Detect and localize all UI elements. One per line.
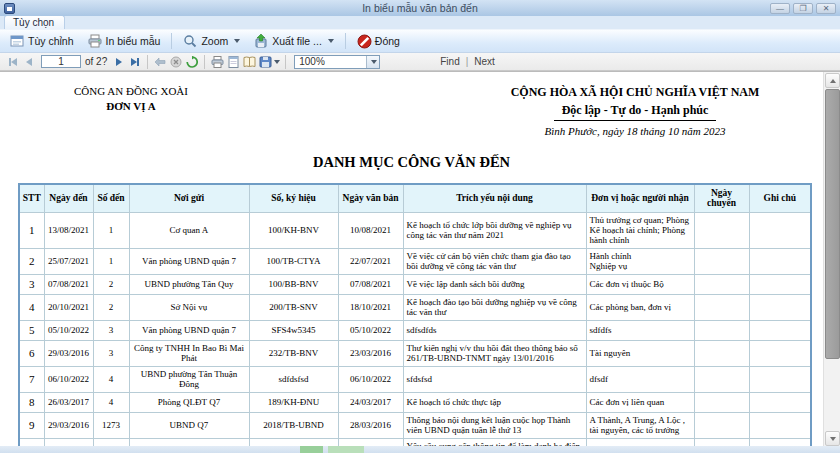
- table-cell: Công ty TNHH In Bao Bì Mai Phát: [129, 340, 249, 366]
- window-title: In biểu mẫu văn bản đến: [0, 2, 840, 14]
- page-number-input[interactable]: 1: [41, 55, 81, 68]
- zoom-select[interactable]: 100%: [294, 55, 380, 69]
- refresh-icon[interactable]: [184, 55, 200, 69]
- table-cell: 18/10/2021: [338, 294, 403, 320]
- close-red-icon: [357, 34, 371, 48]
- table-cell: [749, 212, 811, 248]
- table-cell: Văn phòng UBND quận 7: [129, 248, 249, 274]
- table-cell: UBND phường Tân Thuận Đông: [129, 366, 249, 392]
- minimize-icon[interactable]: —: [770, 3, 790, 14]
- zoom-button[interactable]: Zoom: [177, 32, 246, 50]
- page-setup-icon[interactable]: [241, 55, 257, 69]
- first-page-icon[interactable]: [5, 55, 21, 69]
- toolbar-separator: [345, 33, 346, 49]
- table-row: 420/10/20212Sở Nội vụ200/TB-SNV18/10/202…: [19, 294, 811, 320]
- table-row: 225/07/20211Văn phòng UBND quận 7100/TB-…: [19, 248, 811, 274]
- table-cell: [44, 438, 93, 446]
- export-file-button[interactable]: Xuất file ...: [248, 32, 340, 50]
- table-cell: 7: [19, 366, 44, 392]
- table-cell: 6: [19, 340, 44, 366]
- table-cell: 05/10/2022: [338, 320, 403, 340]
- vertical-scrollbar[interactable]: [823, 72, 840, 446]
- table-cell: [749, 294, 811, 320]
- table-cell: Thư kiến nghị v/v thu hồi đất theo thông…: [403, 340, 586, 366]
- table-cell: Yêu cầu cung cấp thông tin để làm danh b…: [403, 438, 586, 446]
- customize-button[interactable]: Tùy chỉnh: [4, 32, 80, 50]
- table-cell: Hành chính Nghiệp vụ: [586, 248, 694, 274]
- table-cell: [694, 412, 749, 438]
- table-cell: 8: [19, 392, 44, 412]
- table-cell: 07/08/2021: [44, 274, 93, 294]
- close-report-button[interactable]: Đóng: [351, 32, 406, 50]
- column-header: Ngày văn bản: [338, 184, 403, 212]
- report-toolbar: 1 of 2? 100%: [0, 53, 840, 71]
- print-template-button-label: In biểu mẫu: [106, 35, 161, 47]
- next-page-icon[interactable]: [111, 55, 127, 69]
- table-cell: [749, 320, 811, 340]
- previous-page-icon[interactable]: [21, 55, 37, 69]
- table-cell: 22/07/2021: [338, 248, 403, 274]
- table-cell: 1: [93, 212, 129, 248]
- place-date: Bình Phước, ngày 18 tháng 10 năm 2023: [480, 125, 790, 137]
- zoom-button-label: Zoom: [201, 35, 228, 47]
- export-icon[interactable]: [257, 55, 281, 69]
- print-template-button[interactable]: In biểu mẫu: [82, 32, 167, 50]
- zoom-dropdown-icon[interactable]: [366, 56, 379, 68]
- table-cell: sdfdsfsd: [249, 366, 338, 392]
- table-cell: 10/08/2021: [338, 212, 403, 248]
- print-layout-icon[interactable]: [225, 55, 241, 69]
- table-cell: Các đơn vị thuộc Bộ: [586, 274, 694, 294]
- page-count-label: of 2?: [85, 56, 107, 67]
- table-cell: 13/08/2021: [44, 212, 93, 248]
- find-link[interactable]: Find: [440, 56, 459, 67]
- table-cell: 29/03/2016: [44, 412, 93, 438]
- table-cell: 100/KH-BNV: [249, 212, 338, 248]
- table-cell: Kế hoạch tổ chức lớp bồi dưỡng về nghiệp…: [403, 212, 586, 248]
- chevron-down-icon: [234, 39, 240, 43]
- table-row: 826/03/20174Phòng QLĐT Q7189/KH-ĐNU24/03…: [19, 392, 811, 412]
- column-header: Ghi chú: [749, 184, 811, 212]
- table-cell: dfsdf: [586, 366, 694, 392]
- scrollbar-thumb[interactable]: [825, 89, 840, 359]
- titlebar: In biểu mẫu văn bản đến — ❐ ✕: [0, 0, 840, 16]
- table-cell: sdfdfs: [586, 320, 694, 340]
- close-icon[interactable]: ✕: [816, 3, 836, 14]
- table-row: 307/08/20212UBND phường Tân Quy100/BB-BN…: [19, 274, 811, 294]
- chevron-down-icon: [274, 60, 280, 64]
- next-link[interactable]: Next: [474, 56, 495, 67]
- stop-icon[interactable]: [168, 55, 184, 69]
- table-cell: 4: [19, 294, 44, 320]
- restore-icon[interactable]: ❐: [793, 3, 813, 14]
- scroll-up-icon[interactable]: [825, 73, 840, 88]
- customize-form-icon: [10, 34, 24, 48]
- taskbar-block: [300, 446, 323, 453]
- table-cell: 100/BB-BNV: [249, 274, 338, 294]
- tab-tuy-chon[interactable]: Tùy chọn: [4, 15, 65, 29]
- table-cell: [749, 340, 811, 366]
- table-cell: Thông báo nội dung kết luận cuộc họp Thà…: [403, 412, 586, 438]
- table-cell: [749, 274, 811, 294]
- toolbar-separator: [147, 55, 148, 69]
- scroll-down-icon[interactable]: [825, 431, 840, 446]
- table-cell: [338, 438, 403, 446]
- table-cell: 23/03/2016: [338, 340, 403, 366]
- table-row: Yêu cầu cung cấp thông tin để làm danh b…: [19, 438, 811, 446]
- table-cell: Văn phòng UBND quận 7: [129, 320, 249, 340]
- table-cell: 1273: [93, 412, 129, 438]
- table-cell: 06/10/2022: [338, 366, 403, 392]
- table-cell: A Thành, A Trung, A Lộc , tài nguyên, cá…: [586, 412, 694, 438]
- back-icon[interactable]: [152, 55, 168, 69]
- table-cell: 06/10/2022: [44, 366, 93, 392]
- last-page-icon[interactable]: [127, 55, 143, 69]
- table-cell: 3: [93, 340, 129, 366]
- table-cell: 5: [19, 320, 44, 340]
- table-cell: 05/10/2022: [44, 320, 93, 340]
- table-cell: Cơ quan A: [129, 212, 249, 248]
- table-row: 706/10/20224UBND phường Tân Thuận Đôngsd…: [19, 366, 811, 392]
- table-cell: Các đơn vị liên quan: [586, 392, 694, 412]
- table-row: 113/08/20211Cơ quan A100/KH-BNV10/08/202…: [19, 212, 811, 248]
- print-icon[interactable]: [209, 55, 225, 69]
- table-cell: sdfsdfds: [403, 320, 586, 340]
- table-cell: UBND Q7: [129, 412, 249, 438]
- close-report-button-label: Đóng: [375, 35, 400, 47]
